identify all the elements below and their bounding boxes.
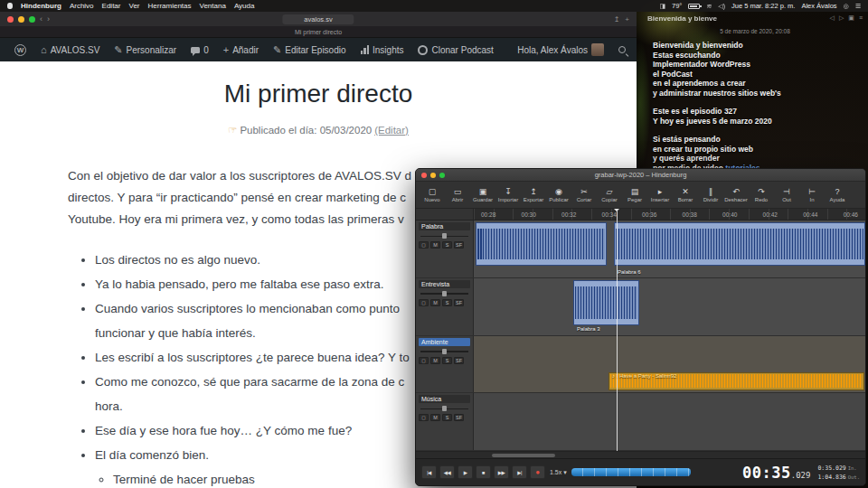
track-control-button[interactable]: S (442, 414, 452, 421)
playhead[interactable] (617, 209, 618, 451)
customize-menu[interactable]: ✎Personalizar (108, 38, 182, 61)
toolbar-button[interactable]: ✕Borrar (673, 187, 698, 202)
track-name[interactable]: Entrevista (419, 280, 470, 288)
comments-menu[interactable]: 0 (185, 38, 214, 61)
toolbar-button[interactable]: ⊣Out (774, 187, 799, 202)
toolbar-button[interactable]: ▤Pegar (622, 187, 647, 202)
track-control-button[interactable]: M (430, 357, 440, 364)
scrollbar-thumb[interactable] (492, 454, 555, 457)
transport-button[interactable]: ◀◀ (439, 465, 455, 479)
track-control-button[interactable]: ◻ (419, 414, 429, 421)
insights-menu[interactable]: Insights (355, 38, 410, 61)
track-control-button[interactable]: S (442, 299, 452, 306)
playback-speed[interactable]: 1.5x ▾ (550, 469, 567, 476)
forward-icon[interactable]: › (47, 15, 50, 23)
volume-slider[interactable] (419, 405, 470, 412)
track-control-button[interactable]: M (430, 241, 440, 249)
track-control-button[interactable]: ◻ (419, 299, 429, 306)
timeline-ruler[interactable]: 00:2800:3000:3200:3400:3600:3800:4000:42… (416, 209, 865, 221)
menubar-clock[interactable]: Jue 5 mar. 8:22 p. m. (731, 2, 795, 10)
track-control-button[interactable]: M (430, 299, 440, 306)
menubar-user[interactable]: Alex Ávalos (801, 2, 836, 10)
volume-slider[interactable] (419, 348, 470, 355)
horizontal-scrollbar[interactable] (416, 451, 865, 458)
toolbar-button[interactable]: ▸Insertar (647, 187, 673, 202)
battery-icon[interactable] (688, 4, 700, 9)
new-content-menu[interactable]: +Añadir (218, 38, 264, 61)
menubar-item[interactable]: Archivo (70, 2, 94, 10)
record-button[interactable]: ● (530, 465, 545, 479)
track-name[interactable]: Música (419, 395, 470, 403)
edit-episode-menu[interactable]: ✎Editar Episodio (268, 38, 351, 61)
temperature-reading[interactable]: 79° (672, 2, 682, 10)
zoom-window-button[interactable] (439, 173, 445, 178)
menubar-item[interactable]: Ventana (200, 2, 226, 10)
track-control-button[interactable]: SF (454, 299, 464, 306)
audio-clip[interactable] (614, 222, 865, 266)
menubar-item[interactable]: Herramientas (148, 2, 192, 10)
back-icon[interactable]: ‹ (40, 15, 42, 23)
transport-button[interactable]: ■ (476, 465, 491, 479)
track-lane-ambiente[interactable]: ♪ I Have a Party - Salinn92 (474, 336, 865, 393)
menubar-item[interactable]: Ver (128, 2, 139, 10)
menubar-app-name[interactable]: Hindenburg (21, 2, 61, 10)
track-control-button[interactable]: SF (454, 357, 464, 364)
toolbar-button[interactable]: ▭Abrir (445, 187, 470, 202)
share-icon[interactable]: ↥ (614, 15, 620, 23)
transport-button[interactable]: ▶ (458, 465, 473, 479)
address-bar[interactable]: avalos.sv (282, 14, 354, 24)
search-icon[interactable] (617, 44, 627, 55)
audio-clip[interactable] (573, 280, 639, 325)
close-window-button[interactable] (421, 173, 427, 178)
level-meter[interactable] (571, 468, 691, 476)
transport-button[interactable]: ▶| (512, 465, 527, 479)
track-lane-palabra[interactable]: Palabra 6 (474, 221, 865, 277)
browser-tab[interactable]: Mi primer directo (0, 26, 637, 38)
menubar-item[interactable]: Ayuda (234, 2, 255, 10)
toolbar-button[interactable]: ↧Importar (495, 187, 521, 202)
toolbar-button[interactable]: ↶Deshacer (723, 187, 749, 202)
toolbar-button[interactable]: ✂Cortar (571, 187, 597, 202)
toolbar-button[interactable]: ∥Dividir (698, 187, 723, 202)
toolbar-button[interactable]: ↥Exportar (521, 187, 546, 202)
site-name-menu[interactable]: ⌂AVALOS.SV (35, 38, 105, 61)
minimize-window-button[interactable] (430, 173, 436, 178)
spotlight-icon[interactable]: ◎ (844, 3, 849, 9)
transport-button[interactable]: ▶▶ (494, 465, 509, 479)
account-menu[interactable]: Hola, Alex Ávalos (512, 43, 609, 56)
track-control-button[interactable]: SF (454, 241, 464, 249)
wp-logo-menu[interactable]: W (9, 38, 32, 61)
track-control-button[interactable]: S (442, 241, 452, 249)
new-tab-icon[interactable]: + (625, 15, 629, 23)
notification-center-icon[interactable]: ☰ (855, 3, 861, 9)
track-control-button[interactable]: SF (454, 414, 464, 421)
edit-post-link[interactable]: (Editar) (374, 125, 409, 136)
toolbar-button[interactable]: ▣Guardar (470, 187, 495, 202)
toolbar-button[interactable]: ▢Nuevo (420, 187, 445, 202)
display-icon[interactable]: ◨ (659, 3, 665, 9)
menubar-item[interactable]: Editar (102, 2, 121, 10)
wifi-icon[interactable]: ≋ (706, 3, 712, 9)
toolbar-button[interactable]: ⊢In (799, 187, 825, 202)
volume-icon[interactable]: ◁) (718, 3, 725, 9)
volume-slider[interactable] (419, 290, 470, 297)
track-name[interactable]: Palabra (419, 222, 470, 230)
toolbar-button[interactable]: ▱Copiar (597, 187, 622, 202)
apple-menu-icon[interactable] (7, 3, 13, 9)
transport-button[interactable]: |◀ (421, 465, 437, 479)
track-control-button[interactable]: ◻ (419, 357, 429, 364)
track-lane-entrevista[interactable]: Palabra 3 (474, 278, 865, 335)
hindenburg-titlebar[interactable]: grabar-iwp-2020 – Hindenburg (416, 169, 865, 182)
close-window-button[interactable] (7, 16, 14, 23)
track-control-button[interactable]: S (442, 357, 452, 364)
track-name[interactable]: Ambiente (419, 338, 470, 346)
track-lane-musica[interactable] (474, 393, 865, 450)
volume-slider[interactable] (419, 232, 470, 239)
track-control-button[interactable]: ◻ (419, 241, 429, 249)
minimize-window-button[interactable] (18, 16, 24, 23)
audio-clip[interactable] (476, 222, 607, 266)
zoom-window-button[interactable] (29, 16, 35, 23)
track-control-button[interactable]: M (430, 414, 440, 421)
toolbar-button[interactable]: ?Ayuda (825, 187, 850, 202)
toolbar-button[interactable]: ↷Redo (749, 187, 774, 202)
